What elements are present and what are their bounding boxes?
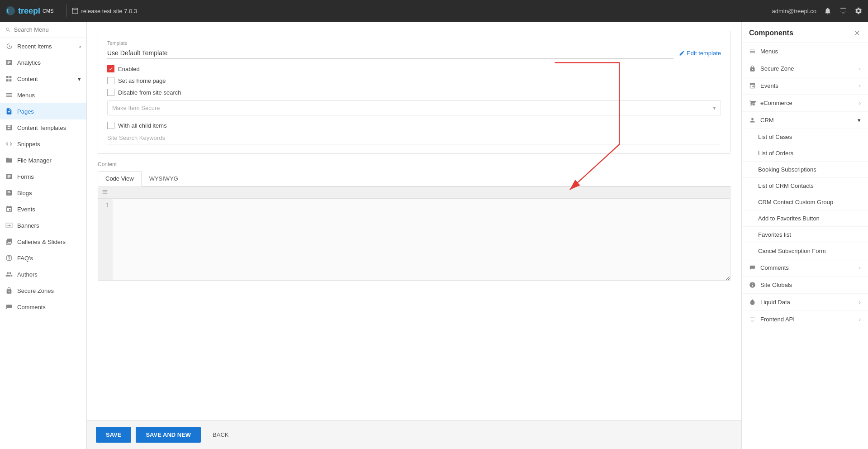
disable-search-checkbox[interactable] — [107, 89, 114, 96]
notification-icon[interactable] — [824, 7, 832, 15]
comp-item-frontend-api[interactable]: Frontend API › — [742, 311, 868, 328]
search-input[interactable] — [14, 26, 81, 33]
comp-item-ecommerce[interactable]: eCommerce › — [742, 95, 868, 112]
menu-icon — [5, 91, 13, 99]
faq-icon — [5, 254, 13, 262]
enabled-checkbox[interactable] — [107, 65, 114, 72]
banners-icon — [5, 222, 13, 229]
set-home-checkbox-row: Set as home page — [107, 77, 721, 84]
comp-frontend-api-arrow: › — [859, 316, 861, 323]
comp-sub-booking-subscriptions[interactable]: Booking Subscriptions — [742, 162, 868, 178]
with-child-checkbox[interactable] — [107, 122, 114, 129]
comp-item-events[interactable]: Events › — [742, 77, 868, 95]
disable-search-checkbox-row: Disable from site search — [107, 89, 721, 96]
comp-sub-list-of-orders[interactable]: List of Orders — [742, 145, 868, 162]
comp-sub-favorites-list[interactable]: Favorites list — [742, 227, 868, 243]
folder-icon — [5, 157, 13, 164]
authors-icon — [5, 271, 13, 278]
settings-icon[interactable] — [854, 7, 863, 15]
code-editor: 1 — [98, 186, 730, 281]
sidebar-item-galleries[interactable]: Galleries & Sliders — [0, 234, 86, 250]
save-button[interactable]: SAVE — [96, 427, 131, 443]
sidebar-item-pages[interactable]: Pages — [0, 103, 86, 119]
clock-icon — [5, 43, 13, 50]
sidebar-item-content[interactable]: Content ▾ — [0, 71, 86, 87]
template-icon — [5, 124, 13, 131]
logo[interactable]: t treeplCMS — [5, 6, 53, 16]
comp-crm-icon — [749, 117, 756, 124]
comp-api-icon — [749, 316, 756, 323]
sidebar-item-content-templates[interactable]: Content Templates — [0, 119, 86, 136]
comp-sub-crm-contact-custom-group[interactable]: CRM Contact Custom Group — [742, 194, 868, 210]
page-form: Template Use Default Template Edit templ… — [87, 22, 741, 420]
comp-item-liquid-data[interactable]: Liquid Data › — [742, 294, 868, 311]
comp-info-icon — [749, 282, 756, 288]
sidebar-item-forms[interactable]: Forms — [0, 168, 86, 185]
bottom-bar: SAVE SAVE AND NEW BACK — [87, 420, 741, 449]
forms-icon — [5, 173, 13, 180]
comp-item-secure-zone[interactable]: Secure Zone › — [742, 60, 868, 77]
close-icon[interactable] — [854, 29, 861, 37]
search-icon — [5, 27, 11, 33]
tab-code-view[interactable]: Code View — [98, 171, 142, 186]
comp-sub-add-to-favorites[interactable]: Add to Favorites Button — [742, 210, 868, 227]
sidebar-item-recent-items[interactable]: Recent Items › — [0, 38, 86, 54]
comp-item-site-globals[interactable]: Site Globals — [742, 277, 868, 294]
comp-events-icon — [749, 82, 756, 89]
tab-wysiwyg[interactable]: WYSIWYG — [142, 171, 186, 186]
with-child-row: With all child items — [107, 122, 721, 129]
comp-menu-icon — [749, 48, 756, 55]
blogs-icon — [5, 189, 13, 196]
back-button[interactable]: BACK — [205, 427, 236, 443]
comp-item-crm[interactable]: CRM ▾ — [742, 112, 868, 129]
code-input[interactable] — [113, 199, 730, 280]
comp-item-menus[interactable]: Menus — [742, 43, 868, 60]
page-icon — [5, 108, 13, 115]
edit-icon — [679, 50, 685, 56]
check-icon — [109, 67, 113, 71]
comp-sub-list-crm-contacts[interactable]: List of CRM Contacts — [742, 178, 868, 194]
save-and-new-button[interactable]: SAVE AND NEW — [136, 427, 201, 443]
sidebar-item-analytics[interactable]: Analytics — [0, 54, 86, 71]
sidebar-item-blogs[interactable]: Blogs — [0, 185, 86, 201]
top-navigation: t treeplCMS release test site 7.0.3 admi… — [0, 0, 868, 22]
comp-comments-arrow: › — [859, 264, 861, 271]
site-keywords-field[interactable]: Site Search Keywords — [107, 134, 721, 144]
sidebar-search-container — [0, 22, 86, 38]
comp-events-arrow: › — [859, 82, 861, 89]
sidebar-item-secure-zones[interactable]: Secure Zones — [0, 282, 86, 299]
code-toolbar — [98, 187, 730, 199]
sidebar-item-banners[interactable]: Banners — [0, 217, 86, 234]
display-icon[interactable] — [839, 7, 847, 15]
comp-crm-arrow: ▾ — [858, 117, 861, 124]
sidebar-item-snippets[interactable]: Snippets — [0, 136, 86, 152]
sidebar-item-comments[interactable]: Comments — [0, 299, 86, 315]
comp-secure-zone-arrow: › — [859, 65, 861, 72]
sidebar-item-menus[interactable]: Menus — [0, 87, 86, 103]
make-secure-chevron: ▾ — [713, 105, 716, 111]
template-section: Template Use Default Template Edit templ… — [98, 31, 730, 154]
hamburger-icon[interactable] — [102, 189, 108, 195]
sidebar-item-authors[interactable]: Authors — [0, 266, 86, 282]
chart-icon — [5, 59, 13, 66]
grid-icon — [5, 75, 13, 82]
comp-lock-icon — [749, 65, 756, 72]
chevron-right-icon: › — [79, 43, 81, 50]
sidebar-item-faqs[interactable]: FAQ's — [0, 250, 86, 266]
make-secure-row[interactable]: Make Item Secure ▾ — [107, 100, 721, 115]
sidebar-item-events[interactable]: Events — [0, 201, 86, 217]
template-row: Template Use Default Template Edit templ… — [107, 40, 721, 59]
lock-icon — [5, 287, 13, 294]
comp-item-comments[interactable]: Comments › — [742, 259, 868, 277]
svg-rect-2 — [72, 8, 78, 14]
comp-sub-cancel-subscription-form[interactable]: Cancel Subscription Form — [742, 243, 868, 259]
comp-ecommerce-arrow: › — [859, 100, 861, 106]
edit-template-button[interactable]: Edit template — [679, 50, 721, 57]
sidebar-item-file-manager[interactable]: File Manager — [0, 152, 86, 168]
template-label: Template — [107, 40, 721, 46]
template-select[interactable]: Use Default Template — [107, 48, 674, 59]
comp-sub-list-of-cases[interactable]: List of Cases — [742, 129, 868, 145]
content-label: Content — [98, 161, 730, 167]
comp-cart-icon — [749, 100, 756, 106]
set-home-checkbox[interactable] — [107, 77, 114, 84]
